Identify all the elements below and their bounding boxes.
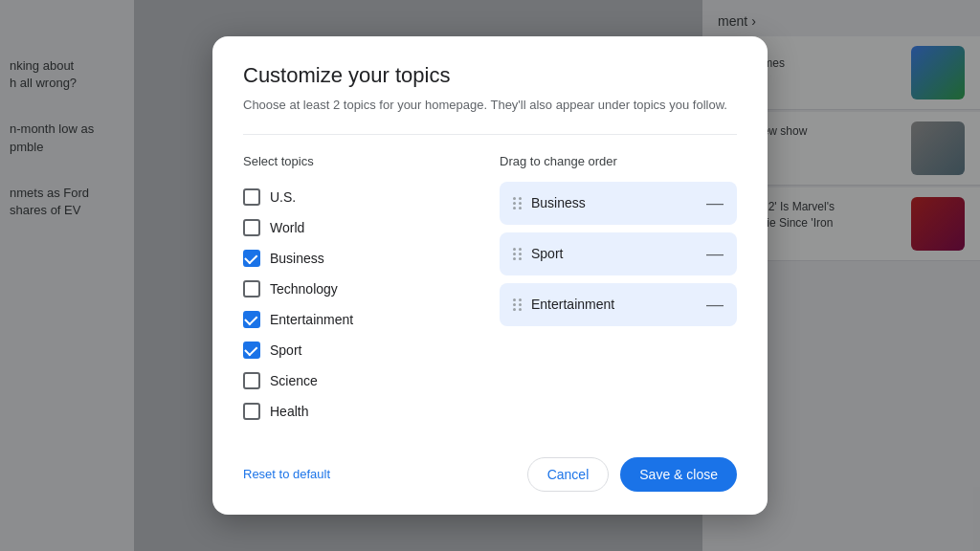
- topic-health[interactable]: Health: [243, 396, 480, 427]
- checkbox-entertainment[interactable]: [243, 311, 260, 328]
- drag-item-business[interactable]: Business —: [500, 182, 737, 225]
- checkbox-sport[interactable]: [243, 342, 260, 359]
- topic-science[interactable]: Science: [243, 365, 480, 396]
- drag-label-business: Business: [531, 195, 697, 210]
- select-topics-heading: Select topics: [243, 154, 480, 168]
- topic-label-business: Business: [270, 251, 324, 266]
- drag-item-sport[interactable]: Sport —: [500, 232, 737, 276]
- checkbox-us[interactable]: [243, 188, 260, 206]
- remove-business-button[interactable]: —: [706, 193, 724, 213]
- topic-label-entertainment: Entertainment: [270, 312, 353, 327]
- topic-technology[interactable]: Technology: [243, 274, 480, 304]
- checkbox-world[interactable]: [243, 219, 260, 236]
- topic-label-health: Health: [270, 404, 308, 419]
- modal-title: Customize your topics: [243, 63, 737, 88]
- topic-label-technology: Technology: [270, 281, 338, 297]
- topic-entertainment[interactable]: Entertainment: [243, 304, 480, 335]
- topic-label-us: U.S.: [270, 189, 296, 205]
- remove-sport-button[interactable]: —: [706, 244, 724, 264]
- topic-world[interactable]: World: [243, 212, 480, 243]
- topic-label-science: Science: [270, 373, 318, 388]
- footer-buttons: Cancel Save & close: [527, 457, 737, 492]
- checkbox-technology[interactable]: [243, 280, 260, 298]
- drag-label-entertainment: Entertainment: [531, 297, 697, 312]
- modal-overlay: Customize your topics Choose at least 2 …: [0, 0, 980, 551]
- drag-handle-icon: [513, 197, 522, 209]
- topic-label-sport: Sport: [270, 342, 301, 358]
- drag-item-entertainment[interactable]: Entertainment —: [500, 283, 737, 326]
- drag-handle-icon: [513, 298, 522, 311]
- topic-us[interactable]: U.S.: [243, 182, 480, 212]
- reset-to-default-link[interactable]: Reset to default: [243, 467, 330, 481]
- modal-subtitle: Choose at least 2 topics for your homepa…: [243, 96, 737, 115]
- drag-order-heading: Drag to change order: [500, 154, 737, 168]
- checkbox-science[interactable]: [243, 372, 260, 389]
- customize-topics-modal: Customize your topics Choose at least 2 …: [212, 36, 768, 515]
- checkbox-health[interactable]: [243, 403, 260, 420]
- remove-entertainment-button[interactable]: —: [706, 295, 724, 315]
- modal-footer: Reset to default Cancel Save & close: [243, 450, 737, 492]
- topic-business[interactable]: Business: [243, 243, 480, 274]
- select-topics-panel: Select topics U.S. World Business: [243, 154, 480, 427]
- modal-divider: [243, 134, 737, 135]
- cancel-button[interactable]: Cancel: [527, 457, 610, 492]
- modal-body: Select topics U.S. World Business: [243, 154, 737, 427]
- checkbox-business[interactable]: [243, 250, 260, 267]
- save-close-button[interactable]: Save & close: [620, 457, 737, 492]
- drag-label-sport: Sport: [531, 246, 697, 261]
- drag-handle-icon: [513, 248, 522, 260]
- topic-label-world: World: [270, 220, 304, 235]
- topic-sport[interactable]: Sport: [243, 335, 480, 365]
- drag-order-panel: Drag to change order Business —: [500, 154, 737, 427]
